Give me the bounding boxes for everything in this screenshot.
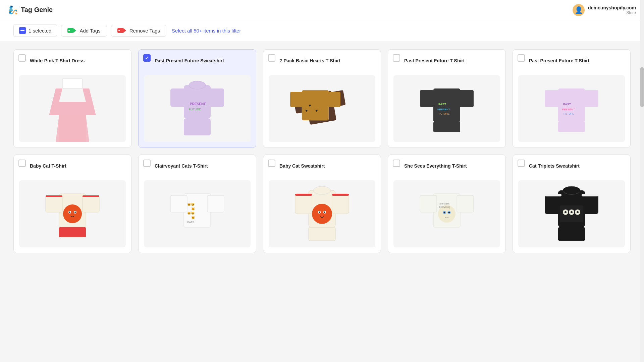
svg-point-5 — [118, 30, 120, 31]
svg-rect-35 — [545, 90, 561, 107]
select-all-button[interactable]: Select all 50+ items in this filter — [170, 25, 242, 36]
svg-rect-11 — [206, 88, 224, 107]
product-title: Past Present Future T-Shirt — [404, 58, 500, 71]
svg-marker-8 — [56, 115, 89, 142]
product-title: Baby Cat T-Shirt — [30, 163, 126, 176]
svg-text:FUTURE: FUTURE — [439, 112, 449, 115]
product-image: She Sees Everything — [393, 180, 500, 247]
product-grid: White-Pink T-Shirt Dress Past Present Fu… — [0, 41, 644, 261]
product-image: PAST PRESENT FUTURE — [393, 75, 500, 142]
product-checkbox[interactable] — [18, 160, 26, 167]
product-title: Cat Triplets Sweatshirt — [529, 163, 625, 176]
product-title: Past Present Future T-Shirt — [529, 58, 625, 71]
svg-text:CATS: CATS — [187, 221, 194, 224]
svg-rect-85 — [558, 227, 585, 241]
product-card[interactable]: Cat Triplets Sweatshirt — [513, 155, 631, 253]
product-image — [19, 75, 126, 142]
product-checkbox[interactable] — [268, 160, 275, 167]
product-checkbox[interactable] — [143, 54, 151, 62]
logo: 🧞 Tag Genie — [8, 5, 53, 15]
svg-rect-53 — [170, 195, 187, 212]
product-image: 🐱🐱 🐱 🐱🐱 🐱 CATS — [144, 180, 251, 247]
svg-point-95 — [577, 211, 579, 213]
product-card[interactable]: Past Present Future T-Shirt PAST PRESENT… — [388, 49, 506, 148]
user-info: demo.myshopify.com Store — [588, 5, 636, 15]
svg-rect-84 — [582, 194, 598, 214]
product-title: Past Present Future Sweatshirt — [155, 58, 251, 71]
product-checkbox[interactable] — [518, 54, 525, 62]
svg-rect-54 — [207, 195, 224, 212]
product-card[interactable]: She Sees Everything T-Shirt She Sees Eve… — [388, 155, 506, 253]
svg-text:PRESENT: PRESENT — [437, 108, 450, 111]
add-tags-button[interactable]: Add Tags — [61, 25, 107, 37]
remove-tags-icon — [117, 28, 127, 33]
svg-rect-61 — [295, 194, 312, 214]
svg-text:🐱: 🐱 — [191, 207, 195, 211]
product-image: ♥ ♥ ♥ ♥ ♥ — [269, 75, 375, 142]
svg-point-13 — [189, 81, 206, 89]
svg-rect-0 — [67, 28, 73, 33]
svg-rect-74 — [457, 195, 474, 212]
svg-rect-87 — [582, 194, 598, 196]
remove-tags-svg — [117, 28, 127, 33]
svg-rect-30 — [433, 122, 460, 132]
svg-rect-62 — [332, 194, 349, 214]
svg-point-47 — [63, 204, 82, 223]
svg-rect-22 — [290, 92, 305, 107]
product-card[interactable]: Past Present Future T-Shirt PAST PRESENT… — [513, 49, 631, 148]
product-image — [518, 180, 625, 247]
svg-rect-28 — [420, 90, 437, 107]
scrollbar-track[interactable] — [640, 0, 644, 362]
product-checkbox[interactable] — [393, 54, 400, 62]
user-label: Store — [588, 10, 636, 15]
svg-text:FUTURE: FUTURE — [189, 108, 201, 111]
product-checkbox[interactable] — [393, 160, 400, 167]
svg-rect-3 — [117, 28, 123, 33]
svg-text:PAST: PAST — [438, 103, 446, 106]
svg-rect-42 — [46, 195, 62, 212]
scrollbar-thumb[interactable] — [640, 67, 644, 107]
svg-rect-65 — [332, 194, 349, 196]
selected-icon — [19, 27, 26, 34]
remove-tags-label: Remove Tags — [129, 28, 160, 34]
svg-rect-45 — [46, 195, 62, 197]
svg-rect-86 — [545, 194, 561, 196]
product-card[interactable]: 2-Pack Basic Hearts T-Shirt ♥ ♥ ♥ ♥ ♥ — [263, 49, 381, 148]
product-card[interactable]: White-Pink T-Shirt Dress — [13, 49, 131, 148]
product-checkbox[interactable] — [18, 54, 26, 62]
add-tags-label: Add Tags — [79, 28, 100, 34]
user-store: demo.myshopify.com — [588, 5, 636, 10]
svg-text:🐱🐱: 🐱🐱 — [187, 202, 195, 206]
svg-rect-44 — [59, 227, 86, 237]
product-card[interactable]: Baby Cat T-Shirt — [13, 155, 131, 253]
product-title: She Sees Everything T-Shirt — [404, 163, 500, 176]
product-checkbox[interactable] — [518, 160, 525, 167]
svg-rect-23 — [325, 92, 340, 107]
svg-rect-83 — [545, 194, 561, 214]
selected-count-button[interactable]: 1 selected — [13, 24, 57, 37]
svg-point-66 — [312, 204, 332, 224]
product-card[interactable]: Baby Cat Sweatshirt — [263, 155, 381, 253]
product-card[interactable]: Past Present Future Sweatshirt PRESENT F… — [138, 49, 256, 148]
remove-tags-button[interactable]: Remove Tags — [111, 25, 166, 37]
svg-point-94 — [571, 211, 573, 213]
toolbar: 1 selected Add Tags Remove Tags Select a… — [0, 20, 644, 41]
product-checkbox[interactable] — [268, 54, 275, 62]
svg-point-70 — [324, 212, 325, 213]
svg-marker-4 — [123, 28, 126, 33]
add-tags-icon — [67, 28, 77, 33]
svg-rect-21 — [302, 90, 329, 120]
svg-point-79 — [448, 212, 450, 214]
svg-text:Everything: Everything — [439, 206, 450, 208]
svg-text:🐱🐱: 🐱🐱 — [187, 211, 195, 215]
product-title: 2-Pack Basic Hearts T-Shirt — [279, 58, 375, 71]
svg-text:PRESENT: PRESENT — [190, 102, 206, 106]
svg-rect-6 — [62, 78, 83, 88]
product-checkbox[interactable] — [143, 160, 151, 167]
svg-text:FUTURE: FUTURE — [564, 112, 574, 115]
product-card[interactable]: Clairvoyant Cats T-Shirt 🐱🐱 🐱 🐱🐱 🐱 CATS — [138, 155, 256, 253]
svg-rect-12 — [184, 119, 211, 135]
logo-icon: 🧞 — [8, 5, 18, 15]
product-image — [19, 180, 126, 247]
svg-point-69 — [319, 212, 320, 213]
